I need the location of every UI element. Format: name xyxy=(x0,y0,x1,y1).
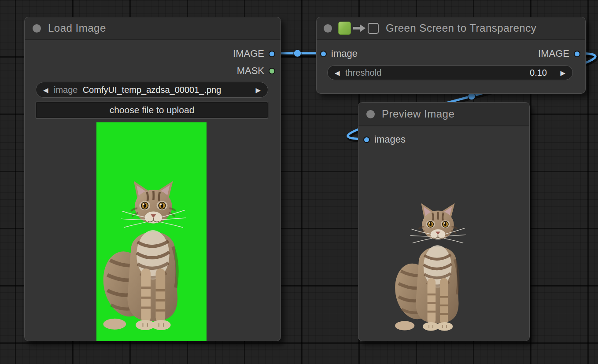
collapse-dot-icon[interactable] xyxy=(366,110,375,118)
output-slot-mask[interactable]: MASK xyxy=(237,65,275,77)
output-slot-image[interactable]: IMAGE xyxy=(538,48,580,59)
collapse-dot-icon[interactable] xyxy=(33,24,41,33)
node-title-bar[interactable]: Load Image xyxy=(25,17,281,40)
loaded-image-preview xyxy=(96,122,207,341)
threshold-value: 0.10 xyxy=(530,68,547,78)
arrow-right-icon xyxy=(352,23,366,33)
output-slot-label: IMAGE xyxy=(233,48,264,59)
combo-value: ComfyUI_temp_azdsa_00001_.png xyxy=(83,85,221,95)
node-green-screen-to-transparency[interactable]: Green Screen to Transparency image IMAGE… xyxy=(316,17,586,94)
combo-right-arrow-icon[interactable]: ▶ xyxy=(255,87,261,93)
node-title: Load Image xyxy=(48,22,106,34)
output-slot-label: MASK xyxy=(237,65,264,77)
node-title: Green Screen to Transparency xyxy=(386,22,536,34)
input-slot-image[interactable]: image xyxy=(320,48,358,59)
output-slot-dot[interactable] xyxy=(269,51,275,57)
output-slot-label: IMAGE xyxy=(538,48,569,59)
node-title: Preview Image xyxy=(382,108,454,120)
combo-left-arrow-icon[interactable]: ◀ xyxy=(43,87,48,93)
link-midpoint-dot xyxy=(294,50,301,57)
preview-cat-image xyxy=(391,201,477,334)
output-slot-dot[interactable] xyxy=(574,51,580,57)
green-square-icon xyxy=(338,22,351,35)
threshold-increase-icon[interactable]: ▶ xyxy=(560,70,565,76)
image-combo-widget[interactable]: ◀ image ComfyUI_temp_azdsa_00001_.png ▶ xyxy=(36,82,268,98)
choose-file-button-label: choose file to upload xyxy=(110,105,195,115)
node-load-image[interactable]: Load Image IMAGE MASK ◀ image ComfyUI_te… xyxy=(24,17,281,341)
threshold-widget[interactable]: ◀ threshold 0.10 ▶ xyxy=(327,65,573,80)
threshold-label: threshold xyxy=(345,68,381,78)
output-slot-dot[interactable] xyxy=(269,68,275,74)
input-slot-label: image xyxy=(331,48,358,59)
node-title-icons xyxy=(338,22,379,35)
threshold-decrease-icon[interactable]: ◀ xyxy=(335,70,340,76)
greenscreen-cat-image xyxy=(99,178,199,333)
graph-canvas[interactable]: { "canvas": { "background_color": "#2323… xyxy=(0,0,598,364)
transparent-square-icon xyxy=(368,23,379,34)
combo-label: image xyxy=(54,85,78,95)
input-slot-label: images xyxy=(374,134,406,145)
input-slot-images[interactable]: images xyxy=(363,134,406,145)
input-slot-dot[interactable] xyxy=(363,136,370,143)
output-slot-image[interactable]: IMAGE xyxy=(233,48,275,59)
input-slot-dot[interactable] xyxy=(320,51,327,57)
collapse-dot-icon[interactable] xyxy=(324,24,332,33)
node-title-bar[interactable]: Preview Image xyxy=(358,103,529,126)
choose-file-button[interactable]: choose file to upload xyxy=(36,102,268,118)
node-title-bar[interactable]: Green Screen to Transparency xyxy=(317,17,585,40)
node-preview-image[interactable]: Preview Image images xyxy=(358,102,530,341)
